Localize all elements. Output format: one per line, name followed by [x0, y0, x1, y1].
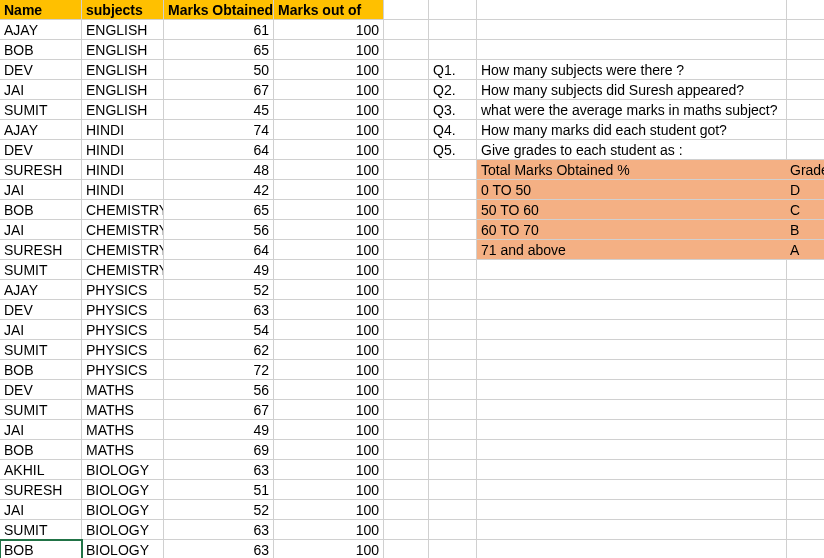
- name-cell[interactable]: BOB: [0, 360, 82, 380]
- cell[interactable]: [384, 280, 429, 300]
- marks-obtained-cell[interactable]: 65: [164, 40, 274, 60]
- name-cell[interactable]: SUMIT: [0, 260, 82, 280]
- marks-obtained-cell[interactable]: 54: [164, 320, 274, 340]
- question-text[interactable]: How many subjects were there ?: [477, 60, 787, 80]
- name-cell[interactable]: SURESH: [0, 160, 82, 180]
- cell[interactable]: [384, 480, 429, 500]
- cell[interactable]: [384, 60, 429, 80]
- header-marks-obtained[interactable]: Marks Obtained: [164, 0, 274, 20]
- name-cell[interactable]: AJAY: [0, 120, 82, 140]
- marks-outof-cell[interactable]: 100: [274, 120, 384, 140]
- subject-cell[interactable]: CHEMISTRY: [82, 240, 164, 260]
- marks-obtained-cell[interactable]: 72: [164, 360, 274, 380]
- cell[interactable]: [787, 340, 824, 360]
- question-text[interactable]: How many marks did each student got?: [477, 120, 787, 140]
- cell[interactable]: [429, 180, 477, 200]
- cell[interactable]: [477, 420, 787, 440]
- cell[interactable]: [429, 280, 477, 300]
- cell[interactable]: [429, 520, 477, 540]
- cell[interactable]: [477, 380, 787, 400]
- cell[interactable]: [429, 160, 477, 180]
- subject-cell[interactable]: PHYSICS: [82, 300, 164, 320]
- subject-cell[interactable]: PHYSICS: [82, 280, 164, 300]
- marks-obtained-cell[interactable]: 62: [164, 340, 274, 360]
- subject-cell[interactable]: HINDI: [82, 120, 164, 140]
- cell[interactable]: [787, 540, 824, 558]
- cell[interactable]: [384, 380, 429, 400]
- marks-obtained-cell[interactable]: 56: [164, 380, 274, 400]
- cell[interactable]: [477, 540, 787, 558]
- marks-outof-cell[interactable]: 100: [274, 420, 384, 440]
- marks-obtained-cell[interactable]: 61: [164, 20, 274, 40]
- marks-obtained-cell[interactable]: 65: [164, 200, 274, 220]
- subject-cell[interactable]: MATHS: [82, 380, 164, 400]
- marks-outof-cell[interactable]: 100: [274, 280, 384, 300]
- question-label[interactable]: Q4.: [429, 120, 477, 140]
- marks-outof-cell[interactable]: 100: [274, 520, 384, 540]
- cell[interactable]: [429, 320, 477, 340]
- grade-header-range[interactable]: Total Marks Obtained %: [477, 160, 786, 179]
- cell[interactable]: [477, 520, 787, 540]
- question-label[interactable]: Q1.: [429, 60, 477, 80]
- marks-outof-cell[interactable]: 100: [274, 40, 384, 60]
- question-text[interactable]: Give grades to each student as :: [477, 140, 787, 160]
- cell[interactable]: [429, 540, 477, 558]
- cell[interactable]: [384, 320, 429, 340]
- cell[interactable]: [787, 480, 824, 500]
- cell[interactable]: [429, 460, 477, 480]
- cell[interactable]: [429, 220, 477, 240]
- subject-cell[interactable]: CHEMISTRY: [82, 260, 164, 280]
- cell[interactable]: [384, 140, 429, 160]
- marks-obtained-cell[interactable]: 42: [164, 180, 274, 200]
- grade-range-cell[interactable]: 0 TO 50: [477, 180, 786, 199]
- cell[interactable]: [429, 400, 477, 420]
- marks-obtained-cell[interactable]: 51: [164, 480, 274, 500]
- marks-outof-cell[interactable]: 100: [274, 300, 384, 320]
- cell[interactable]: [787, 300, 824, 320]
- subject-cell[interactable]: HINDI: [82, 140, 164, 160]
- cell[interactable]: [429, 440, 477, 460]
- cell[interactable]: [384, 80, 429, 100]
- cell[interactable]: [787, 500, 824, 520]
- name-cell[interactable]: DEV: [0, 140, 82, 160]
- name-cell[interactable]: DEV: [0, 300, 82, 320]
- cell[interactable]: [384, 460, 429, 480]
- marks-obtained-cell[interactable]: 74: [164, 120, 274, 140]
- cell[interactable]: [787, 420, 824, 440]
- cell[interactable]: [477, 460, 787, 480]
- cell[interactable]: [787, 20, 824, 40]
- marks-outof-cell[interactable]: 100: [274, 80, 384, 100]
- marks-outof-cell[interactable]: 100: [274, 60, 384, 80]
- cell[interactable]: [477, 500, 787, 520]
- grade-letter-cell[interactable]: C: [786, 200, 824, 219]
- cell[interactable]: [429, 300, 477, 320]
- marks-outof-cell[interactable]: 100: [274, 460, 384, 480]
- cell[interactable]: [429, 500, 477, 520]
- cell[interactable]: [477, 480, 787, 500]
- cell[interactable]: [429, 420, 477, 440]
- marks-outof-cell[interactable]: 100: [274, 20, 384, 40]
- cell[interactable]: [384, 340, 429, 360]
- header-subjects[interactable]: subjects: [82, 0, 164, 20]
- marks-obtained-cell[interactable]: 63: [164, 300, 274, 320]
- name-cell[interactable]: DEV: [0, 380, 82, 400]
- name-cell[interactable]: AJAY: [0, 280, 82, 300]
- cell[interactable]: [429, 20, 477, 40]
- subject-cell[interactable]: BIOLOGY: [82, 500, 164, 520]
- name-cell[interactable]: SURESH: [0, 240, 82, 260]
- marks-outof-cell[interactable]: 100: [274, 200, 384, 220]
- cell[interactable]: [429, 340, 477, 360]
- marks-outof-cell[interactable]: 100: [274, 340, 384, 360]
- name-cell[interactable]: JAI: [0, 180, 82, 200]
- cell[interactable]: [429, 0, 477, 20]
- cell[interactable]: [787, 400, 824, 420]
- subject-cell[interactable]: BIOLOGY: [82, 480, 164, 500]
- cell[interactable]: [384, 500, 429, 520]
- cell[interactable]: [429, 240, 477, 260]
- subject-cell[interactable]: PHYSICS: [82, 360, 164, 380]
- marks-obtained-cell[interactable]: 49: [164, 260, 274, 280]
- cell[interactable]: [384, 260, 429, 280]
- grade-letter-cell[interactable]: D: [786, 180, 824, 199]
- cell[interactable]: [787, 320, 824, 340]
- name-cell[interactable]: SUMIT: [0, 100, 82, 120]
